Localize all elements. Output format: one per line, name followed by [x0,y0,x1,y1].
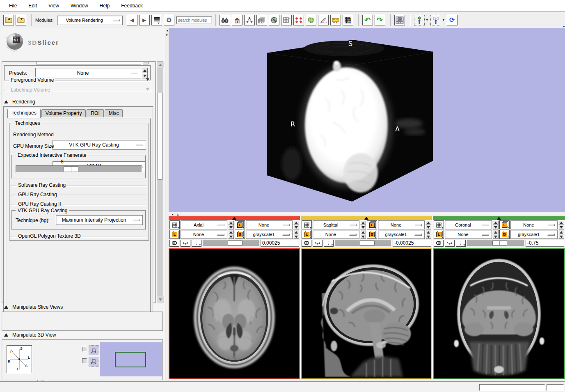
spin-up-button[interactable] [493,230,499,234]
tab-techniques[interactable]: Techniques [7,109,41,118]
threed-view[interactable]: S R A [169,28,565,212]
spin-up-button[interactable] [360,220,366,225]
coronal-background-button[interactable]: B▾ [499,230,510,239]
menu-feedback[interactable]: Feedback [116,2,148,10]
axial-foreground-select[interactable]: None [246,220,293,229]
chevron-down-icon[interactable]: ▾ [426,18,428,22]
sagittal-link-button[interactable] [302,240,311,247]
sagittal-controller-header[interactable] [301,216,432,220]
save-scene-button[interactable] [16,15,26,25]
axial-labelmap-button[interactable]: L▾ [169,230,180,239]
software-ray-casting-group[interactable]: Software Ray Casting [11,182,146,189]
chevron-down-icon[interactable] [146,78,149,81]
editor-module-button[interactable]: ▾ [306,15,316,25]
chevron-down-icon[interactable]: ▾ [443,18,444,22]
spin-up-button[interactable] [425,220,431,225]
spin-down-button[interactable] [293,234,299,239]
splitter-collapse-left-icon[interactable]: ◄ [166,29,169,32]
home-module-button[interactable] [232,15,242,25]
splitter-collapse-up-icon[interactable]: ▲ [176,213,179,216]
sagittal-visibility-button[interactable] [313,240,323,247]
axial-background-spinner[interactable] [293,230,299,239]
framerate-slider[interactable] [16,165,142,173]
spin-up-button[interactable] [493,220,499,225]
sagittal-offset-field[interactable] [393,240,431,247]
sagittal-labelmap-button[interactable]: L▾ [302,230,312,239]
sagittal-offset-handle[interactable] [360,241,375,245]
splitter-collapse-down-icon[interactable]: ▼ [171,213,174,216]
coronal-foreground-spinner[interactable] [558,220,564,229]
volumes-module-button[interactable] [269,15,279,25]
layers-module-button[interactable] [256,15,267,25]
data-module-button[interactable] [244,15,255,25]
sagittal-labelmap-select[interactable]: None [313,230,359,239]
undo-button[interactable]: ↶ [362,15,373,25]
search-modules-input[interactable] [176,16,212,24]
models-module-button[interactable] [281,15,292,25]
coronal-orientation-spinner[interactable] [493,220,499,229]
clipped-combo[interactable] [36,62,141,64]
scrollbar-up-button[interactable] [157,62,164,68]
spin-down-button[interactable] [293,225,299,229]
sagittal-slice-plane-button[interactable]: ▾ [302,220,312,229]
spin-up-button[interactable] [293,220,299,225]
navigation-preview[interactable] [100,342,162,376]
panel-splitter[interactable]: ◄ ► [165,28,169,381]
manipulate-slice-views-header[interactable]: Manipulate Slice Views [4,304,63,310]
sagittal-foreground-spinner[interactable] [425,220,431,229]
tab-misc[interactable]: Misc [105,109,123,117]
sagittal-offset-slider[interactable] [335,240,391,246]
search-modules-button[interactable] [220,15,230,25]
menu-help[interactable]: Help [95,2,115,10]
scrollbar-down-button[interactable] [157,296,164,303]
annotations-module-button[interactable] [318,15,329,25]
spin-up-button[interactable] [558,220,564,225]
spin-down-button[interactable] [228,234,234,239]
foreground-volume-group[interactable]: Foreground Volume [4,77,152,84]
measurements-module-button[interactable] [330,15,341,25]
sagittal-background-spinner[interactable] [425,230,431,239]
axial-labelmap-spinner[interactable] [228,230,234,239]
spin-up-button[interactable] [558,230,564,234]
axial-link-button[interactable] [169,240,179,247]
spin-down-button[interactable] [493,234,499,239]
module-settings-button[interactable]: ⚙ [164,15,174,25]
spin-up-button[interactable] [425,230,431,234]
coronal-offset-handle[interactable] [492,241,507,245]
axial-orientation-spinner[interactable] [228,220,234,229]
sagittal-background-select[interactable]: grayscale1 [378,230,425,239]
gpu-ray-casting-2-group[interactable]: GPU Ray Casting II [11,201,146,208]
sagittal-background-button[interactable]: B▾ [367,230,377,239]
sagittal-more-options-button[interactable]: ⋮▾ [324,240,334,247]
menu-edit[interactable]: Edit [23,2,42,10]
spin-down-button[interactable] [360,234,366,239]
spin-up-button[interactable] [142,68,148,73]
spin-down-button[interactable] [425,225,431,229]
navigation-view-rect[interactable] [115,352,146,367]
orientation-axes-widget[interactable]: S P L R I A [7,345,32,373]
coronal-controller-header[interactable] [433,216,565,220]
coronal-foreground-select[interactable]: None [510,220,558,229]
rendering-method-select[interactable]: VTK GPU Ray Casting [53,140,146,150]
splitter-collapse-right-icon[interactable]: ► [166,33,169,36]
axial-slice-view[interactable] [169,248,300,379]
panel-scrollbar[interactable] [157,61,163,303]
layout-select-button[interactable]: ▾ [394,15,405,25]
coronal-foreground-button[interactable]: F▾ [499,220,510,229]
module-history-button[interactable] [151,15,162,25]
tab-volume-property[interactable]: Volume Property [41,109,86,117]
menu-window[interactable]: Window [66,2,93,10]
fiducials-module-button[interactable] [293,15,304,25]
tab-roi[interactable]: ROI [87,109,103,117]
rock-view-checkbox[interactable] [82,347,87,352]
technique-bg-select[interactable]: Maximum Intensity Projection [56,215,143,225]
axial-foreground-button[interactable]: F▾ [235,220,245,229]
spin-view-checkbox[interactable] [82,358,87,363]
colors-module-button[interactable] [343,15,353,25]
mouse-place-mode-button[interactable] [430,15,441,25]
spin-up-button[interactable] [360,230,366,234]
coronal-offset-slider[interactable] [467,240,524,246]
axial-more-options-button[interactable]: ⋮▾ [192,240,201,247]
redo-button[interactable]: ↷ [375,15,385,25]
spin-down-button[interactable] [493,225,499,229]
